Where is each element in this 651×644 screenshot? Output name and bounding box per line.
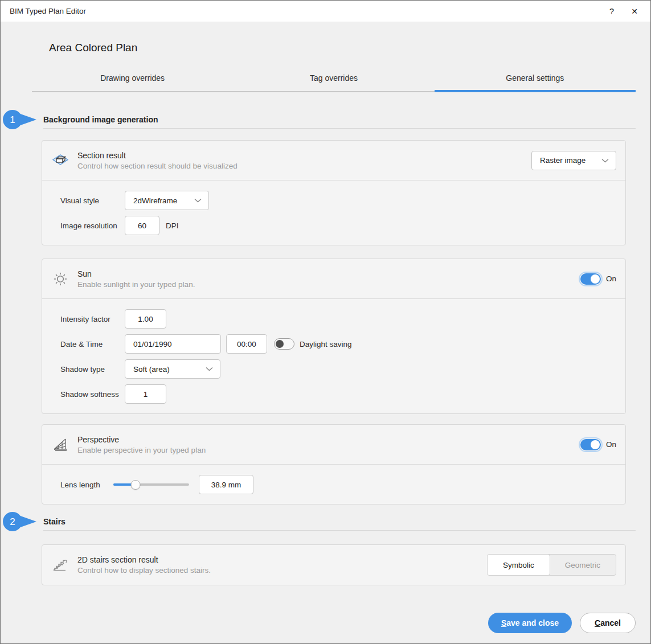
- divider: [43, 530, 636, 531]
- segment-symbolic[interactable]: Symbolic: [487, 554, 550, 576]
- callout-2-marker: 2: [2, 510, 37, 533]
- titlebar-buttons: ? ✕: [600, 3, 646, 20]
- section-result-card: Section result Control how section resul…: [42, 140, 626, 245]
- sun-icon: [52, 272, 69, 286]
- toggle-knob: [591, 274, 600, 284]
- shadow-softness-row: Shadow softness: [60, 384, 616, 404]
- dialog-body: Area Colored Plan Drawing overrides Tag …: [1, 22, 650, 643]
- sun-card-header: Sun Enable sunlight in your typed plan. …: [42, 259, 625, 299]
- perspective-toggle[interactable]: [580, 439, 601, 450]
- save-and-close-button[interactable]: Save and close: [488, 613, 572, 633]
- chevron-down-icon: [194, 198, 202, 203]
- section-result-text: Section result Control how section resul…: [77, 151, 238, 170]
- svg-text:2: 2: [10, 516, 15, 527]
- chevron-down-icon: [601, 158, 609, 163]
- lens-length-slider[interactable]: [113, 479, 189, 490]
- daylight-saving-label: Daylight saving: [300, 340, 352, 348]
- stairs-text: 2D stairs section result Control how to …: [77, 555, 211, 575]
- perspective-icon: [52, 437, 69, 452]
- section-title-stairs: Stairs: [43, 517, 636, 526]
- tab-drawing-overrides[interactable]: Drawing overrides: [32, 73, 233, 92]
- image-resolution-unit: DPI: [166, 221, 179, 230]
- bim-typed-plan-editor-dialog: BIM Typed Plan Editor ? ✕ Area Colored P…: [0, 0, 651, 644]
- stairs-section-icon: [52, 558, 69, 572]
- lens-length-row: Lens length: [60, 475, 616, 494]
- window-title: BIM Typed Plan Editor: [10, 7, 86, 15]
- lens-length-label: Lens length: [60, 481, 109, 489]
- shadow-type-dropdown[interactable]: Soft (area): [125, 359, 220, 379]
- section-title-background-image-generation: Background image generation: [43, 115, 636, 124]
- section-header-stairs: 2 Stairs: [43, 517, 636, 531]
- image-resolution-label: Image resolution: [60, 221, 125, 230]
- toggle-knob: [276, 340, 284, 348]
- section-result-dropdown[interactable]: Raster image: [531, 151, 616, 170]
- sun-toggle-label: On: [606, 274, 616, 283]
- sun-card-body: Intensity factor Date & Time Daylight sa…: [42, 299, 625, 413]
- shadow-softness-label: Shadow softness: [60, 390, 125, 399]
- toggle-knob: [591, 440, 600, 449]
- section-result-card-header: Section result Control how section resul…: [42, 141, 625, 181]
- shadow-type-row: Shadow type Soft (area): [60, 359, 616, 379]
- shadow-softness-input[interactable]: [125, 384, 166, 404]
- cancel-button[interactable]: Cancel: [580, 613, 636, 633]
- visual-style-label: Visual style: [60, 196, 125, 205]
- tab-tag-overrides[interactable]: Tag overrides: [233, 73, 434, 92]
- shadow-type-label: Shadow type: [60, 365, 125, 374]
- lens-length-input[interactable]: [199, 475, 253, 494]
- cancel-label: Cancel: [595, 618, 621, 627]
- image-resolution-input[interactable]: [125, 216, 159, 235]
- close-button[interactable]: ✕: [623, 3, 646, 20]
- perspective-title: Perspective: [77, 435, 206, 444]
- footer: Save and close Cancel: [32, 613, 636, 633]
- perspective-text: Perspective Enable perspective in your t…: [77, 435, 206, 454]
- date-time-row: Date & Time Daylight saving: [60, 334, 616, 354]
- section-result-card-body: Visual style 2dWireframe Image resolutio…: [42, 181, 625, 245]
- sun-text: Sun Enable sunlight in your typed plan.: [77, 269, 195, 289]
- perspective-card: Perspective Enable perspective in your t…: [42, 424, 626, 504]
- section-plane-icon: [52, 154, 69, 167]
- tab-bar: Drawing overrides Tag overrides General …: [32, 73, 636, 92]
- intensity-factor-row: Intensity factor: [60, 309, 616, 329]
- sun-title: Sun: [77, 269, 195, 278]
- sun-toggle[interactable]: [580, 273, 601, 285]
- daylight-saving-toggle[interactable]: [274, 338, 294, 350]
- sun-card: Sun Enable sunlight in your typed plan. …: [42, 259, 626, 414]
- save-and-close-label: Save and close: [501, 618, 559, 627]
- date-input[interactable]: [125, 334, 221, 354]
- help-button[interactable]: ?: [600, 3, 623, 20]
- image-resolution-row: Image resolution DPI: [60, 216, 616, 235]
- svg-text:1: 1: [10, 114, 15, 125]
- sun-subtitle: Enable sunlight in your typed plan.: [77, 280, 195, 289]
- section-header-background-image-generation: 1 Background image generation: [43, 115, 636, 129]
- divider: [43, 128, 636, 129]
- date-time-label: Date & Time: [60, 340, 125, 348]
- perspective-card-header: Perspective Enable perspective in your t…: [42, 425, 625, 465]
- intensity-factor-label: Intensity factor: [60, 315, 125, 323]
- visual-style-value: 2dWireframe: [133, 196, 177, 205]
- section-result-dropdown-value: Raster image: [540, 156, 586, 165]
- chevron-down-icon: [206, 367, 213, 371]
- perspective-card-body: Lens length: [42, 465, 625, 504]
- visual-style-dropdown[interactable]: 2dWireframe: [125, 191, 209, 210]
- perspective-toggle-label: On: [606, 440, 616, 449]
- stairs-card: 2D stairs section result Control how to …: [42, 544, 626, 585]
- intensity-factor-input[interactable]: [125, 309, 166, 329]
- shadow-type-value: Soft (area): [133, 365, 170, 374]
- tab-general-settings[interactable]: General settings: [435, 73, 636, 92]
- page-title: Area Colored Plan: [49, 42, 636, 54]
- segment-geometric[interactable]: Geometric: [550, 555, 616, 575]
- stairs-card-header: 2D stairs section result Control how to …: [42, 545, 625, 585]
- stairs-subtitle: Control how to display sectioned stairs.: [77, 566, 211, 575]
- stairs-display-segmented-control: Symbolic Geometric: [487, 554, 616, 576]
- time-input[interactable]: [226, 334, 267, 354]
- stairs-title: 2D stairs section result: [77, 555, 211, 564]
- section-result-subtitle: Control how section result should be vis…: [77, 162, 238, 170]
- lens-slider-knob[interactable]: [130, 480, 140, 490]
- perspective-subtitle: Enable perspective in your typed plan: [77, 446, 206, 454]
- callout-1-marker: 1: [2, 108, 37, 131]
- visual-style-row: Visual style 2dWireframe: [60, 191, 616, 210]
- section-result-title: Section result: [77, 151, 238, 160]
- titlebar: BIM Typed Plan Editor ? ✕: [1, 1, 650, 22]
